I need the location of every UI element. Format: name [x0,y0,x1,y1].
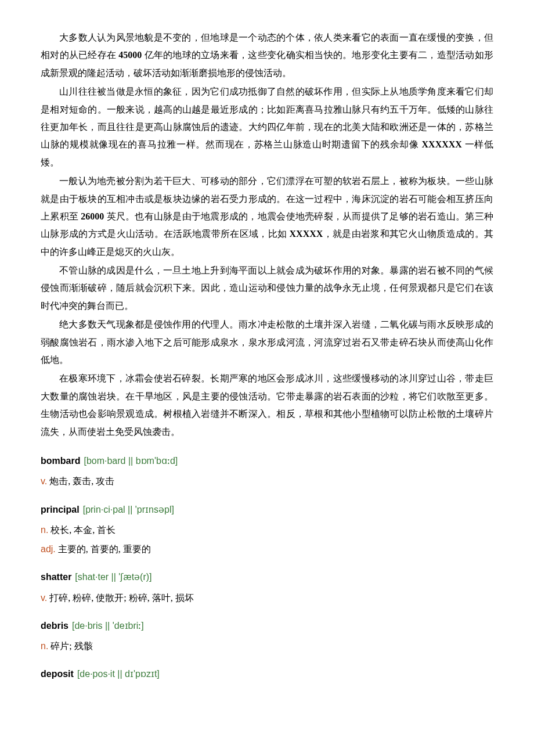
vocab-entry: shatter[shat·ter || 'ʃætə(r)]v. 打碎, 粉碎, … [41,568,493,606]
part-of-speech: n. [41,525,48,535]
vocab-entry: principal[prin·ci·pal || 'prɪnsəpl]n. 校长… [41,501,493,557]
vocab-pronunciation: [bom·bard || bɒm'bɑːd] [84,456,178,466]
part-of-speech: adj. [41,544,56,554]
vocab-pronunciation: [de·pos·it || dɪ'pɒzɪt] [77,669,160,679]
vocab-definition: v. 打碎, 粉碎, 使散开; 粉碎, 落叶, 损坏 [41,590,493,606]
vocabulary-list: bombard[bom·bard || bɒm'bɑːd]v. 炮击, 轰击, … [41,452,493,683]
paragraph: 不管山脉的成因是什么，一旦土地上升到海平面以上就会成为破坏作用的对象。暴露的岩石… [41,262,493,315]
vocab-definition: n. 碎片; 残骸 [41,638,493,654]
paragraph: 一般认为地壳被分割为若干巨大、可移动的部分，它们漂浮在可塑的软岩石层上，被称为板… [41,172,493,261]
vocab-word: shatter [41,572,71,582]
article-body: 大多数人认为风景地貌是不变的，但地球是一个动态的个体，依人类来看它的表面一直在缓… [41,29,493,441]
paragraph: 山川往往被当做是永恒的象征，因为它们成功抵御了自然的破坏作用，但实际上从地质学角… [41,83,493,171]
vocab-entry: deposit[de·pos·it || dɪ'pɒzɪt] [41,665,493,683]
vocab-pronunciation: [shat·ter || 'ʃætə(r)] [75,572,151,582]
vocab-entry: bombard[bom·bard || bɒm'bɑːd]v. 炮击, 轰击, … [41,452,493,489]
part-of-speech: v. [41,593,47,603]
definition-text: 打碎, 粉碎, 使散开; 粉碎, 落叶, 损坏 [47,593,193,603]
part-of-speech: v. [41,476,47,486]
vocab-entry: debris[de·bris || 'deɪbriː]n. 碎片; 残骸 [41,617,493,654]
vocab-word: bombard [41,456,80,466]
vocab-pronunciation: [prin·ci·pal || 'prɪnsəpl] [83,505,174,514]
vocab-definition: adj. 主要的, 首要的, 重要的 [41,541,493,557]
vocab-pronunciation: [de·bris || 'deɪbriː] [72,621,144,631]
vocab-definition: v. 炮击, 轰击, 攻击 [41,473,493,489]
paragraph: 绝大多数天气现象都是侵蚀作用的代理人。雨水冲走松散的土壤并深入岩缝，二氧化碳与雨… [41,316,493,369]
paragraph: 大多数人认为风景地貌是不变的，但地球是一个动态的个体，依人类来看它的表面一直在缓… [41,29,493,82]
definition-text: 炮击, 轰击, 攻击 [47,476,114,486]
vocab-word: deposit [41,669,74,679]
definition-text: 校长, 本金, 首长 [48,525,116,535]
definition-text: 主要的, 首要的, 重要的 [56,544,151,554]
part-of-speech: n. [41,641,48,651]
definition-text: 碎片; 残骸 [48,641,92,651]
paragraph: 在极寒环境下，冰霜会使岩石碎裂。长期严寒的地区会形成冰川，这些缓慢移动的冰川穿过… [41,370,493,441]
vocab-word: debris [41,621,68,631]
vocab-definition: n. 校长, 本金, 首长 [41,522,493,538]
vocab-word: principal [41,505,80,514]
